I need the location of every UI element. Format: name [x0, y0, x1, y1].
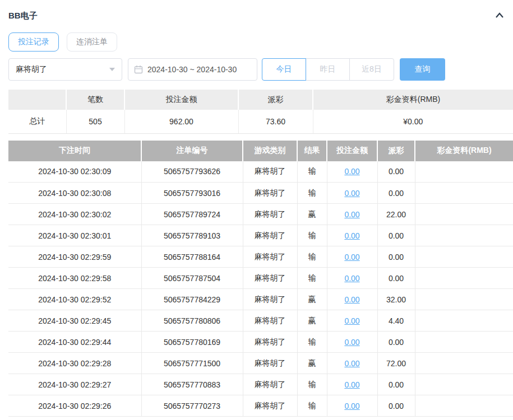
- bet-amount-cell: 0.00: [327, 161, 377, 183]
- game-select[interactable]: 麻将胡了: [8, 58, 122, 81]
- order-number-cell: 5065757771500: [141, 353, 243, 374]
- chevron-down-icon: [109, 68, 115, 71]
- records-header-payout: 派彩: [377, 141, 415, 161]
- bet-amount-link[interactable]: 0.00: [344, 338, 359, 347]
- jackpot-cell: [415, 395, 513, 417]
- result-cell: 输: [297, 374, 327, 395]
- records-header-result: 结果: [297, 141, 327, 161]
- summary-header-payout: 派彩: [238, 90, 313, 110]
- game-type-cell: 麻将胡了: [243, 204, 297, 225]
- bet-amount-cell: 0.00: [327, 204, 377, 225]
- game-type-cell: 麻将胡了: [243, 353, 297, 374]
- result-cell: 输: [297, 183, 327, 204]
- summary-total-count: 505: [66, 110, 124, 133]
- search-button[interactable]: 查询: [400, 58, 445, 81]
- bet-amount-link[interactable]: 0.00: [344, 253, 359, 262]
- bet-amount-link[interactable]: 0.00: [344, 295, 359, 304]
- bet-amount-cell: 0.00: [327, 374, 377, 395]
- summary-total-payout: 73.60: [238, 110, 313, 133]
- bet-time-cell: 2024-10-30 02:30:01: [8, 225, 141, 246]
- game-type-cell: 麻将胡了: [243, 332, 297, 353]
- game-type-cell: 麻将胡了: [243, 310, 297, 332]
- summary-total-bet-amount: 962.00: [124, 110, 238, 133]
- order-number-cell: 5065757780169: [141, 332, 243, 353]
- bet-amount-link[interactable]: 0.00: [344, 231, 359, 240]
- result-cell: 赢: [297, 310, 327, 332]
- bet-time-cell: 2024-10-30 02:29:27: [8, 374, 141, 395]
- payout-cell: 0.00: [377, 246, 415, 268]
- bet-amount-link[interactable]: 0.00: [344, 359, 359, 368]
- page-title: BB电子: [8, 11, 38, 21]
- quick-filter-yesterday[interactable]: 昨日: [306, 58, 350, 81]
- jackpot-cell: [415, 268, 513, 289]
- bet-amount-link[interactable]: 0.00: [344, 380, 359, 389]
- bet-amount-link[interactable]: 0.00: [344, 402, 359, 410]
- bet-amount-link[interactable]: 0.00: [344, 210, 359, 219]
- records-row: 2024-10-30 02:29:27 5065757770883 麻将胡了 输…: [8, 374, 513, 395]
- quick-filter-last8days[interactable]: 近8日: [349, 58, 394, 81]
- summary-header-jackpot: 彩金资料(RMB): [313, 90, 513, 110]
- payout-cell: 0.00: [377, 225, 415, 246]
- payout-cell: 4.40: [377, 310, 415, 332]
- order-number-cell: 5065757770273: [141, 395, 243, 417]
- game-select-value: 麻将胡了: [16, 64, 47, 74]
- order-number-cell: 5065757788164: [141, 246, 243, 268]
- bet-time-cell: 2024-10-30 02:29:26: [8, 395, 141, 417]
- result-cell: 赢: [297, 353, 327, 374]
- date-range-picker[interactable]: 2024-10-30 ~ 2024-10-30: [128, 58, 257, 81]
- result-cell: 赢: [297, 204, 327, 225]
- records-row: 2024-10-30 02:29:28 5065757771500 麻将胡了 赢…: [8, 353, 513, 374]
- records-header-order-number: 注单编号: [141, 141, 243, 161]
- bet-amount-link[interactable]: 0.00: [344, 167, 359, 176]
- records-header-bet-time: 下注时间: [8, 141, 141, 161]
- records-row: 2024-10-30 02:29:59 5065757788164 麻将胡了 输…: [8, 246, 513, 268]
- records-row: 2024-10-30 02:29:44 5065757780169 麻将胡了 输…: [8, 332, 513, 353]
- bet-amount-link[interactable]: 0.00: [344, 274, 359, 283]
- summary-header-count: 笔数: [66, 90, 124, 110]
- records-row: 2024-10-30 02:29:58 5065757787504 麻将胡了 输…: [8, 268, 513, 289]
- jackpot-cell: [415, 332, 513, 353]
- game-type-cell: 麻将胡了: [243, 374, 297, 395]
- chevron-up-icon: [494, 10, 505, 21]
- summary-total-row: 总计 505 962.00 73.60 ¥0.00: [8, 110, 513, 133]
- payout-cell: 22.00: [377, 204, 415, 225]
- bet-amount-cell: 0.00: [327, 310, 377, 332]
- records-row: 2024-10-30 02:29:26 5065757770273 麻将胡了 输…: [8, 395, 513, 417]
- order-number-cell: 5065757780806: [141, 310, 243, 332]
- bet-time-cell: 2024-10-30 02:29:44: [8, 332, 141, 353]
- order-number-cell: 5065757784229: [141, 289, 243, 310]
- records-header-row: 下注时间 注单编号 游戏类别 结果 投注金额 派彩 彩金资料(RMB): [8, 141, 513, 161]
- payout-cell: 0.00: [377, 161, 415, 183]
- bet-amount-link[interactable]: 0.00: [344, 189, 359, 198]
- result-cell: 输: [297, 268, 327, 289]
- result-cell: 赢: [297, 289, 327, 310]
- summary-header-bet-amount: 投注金额: [124, 90, 238, 110]
- game-type-cell: 麻将胡了: [243, 246, 297, 268]
- jackpot-cell: [415, 225, 513, 246]
- bet-amount-cell: 0.00: [327, 289, 377, 310]
- game-type-cell: 麻将胡了: [243, 161, 297, 183]
- bet-time-cell: 2024-10-30 02:29:58: [8, 268, 141, 289]
- records-header-game-type: 游戏类别: [243, 141, 297, 161]
- tab-cancelled-orders[interactable]: 连消注单: [67, 32, 117, 52]
- jackpot-cell: [415, 161, 513, 183]
- records-header-bet-amount: 投注金额: [327, 141, 377, 161]
- tab-bet-records[interactable]: 投注记录: [8, 32, 59, 52]
- game-type-cell: 麻将胡了: [243, 268, 297, 289]
- order-number-cell: 5065757787504: [141, 268, 243, 289]
- collapse-button[interactable]: [493, 9, 506, 22]
- jackpot-cell: [415, 374, 513, 395]
- bet-amount-link[interactable]: 0.00: [344, 316, 359, 325]
- quick-filter-today[interactable]: 今日: [262, 58, 306, 81]
- records-row: 2024-10-30 02:29:52 5065757784229 麻将胡了 赢…: [8, 289, 513, 310]
- jackpot-cell: [415, 204, 513, 225]
- order-number-cell: 5065757793626: [141, 161, 243, 183]
- game-type-cell: 麻将胡了: [243, 183, 297, 204]
- bet-time-cell: 2024-10-30 02:29:59: [8, 246, 141, 268]
- order-number-cell: 5065757789103: [141, 225, 243, 246]
- summary-total-label: 总计: [8, 110, 66, 133]
- records-row: 2024-10-30 02:29:45 5065757780806 麻将胡了 赢…: [8, 310, 513, 332]
- bet-amount-cell: 0.00: [327, 183, 377, 204]
- date-range-value: 2024-10-30 ~ 2024-10-30: [147, 65, 237, 74]
- records-table: 下注时间 注单编号 游戏类别 结果 投注金额 派彩 彩金资料(RMB) 2024…: [8, 141, 513, 417]
